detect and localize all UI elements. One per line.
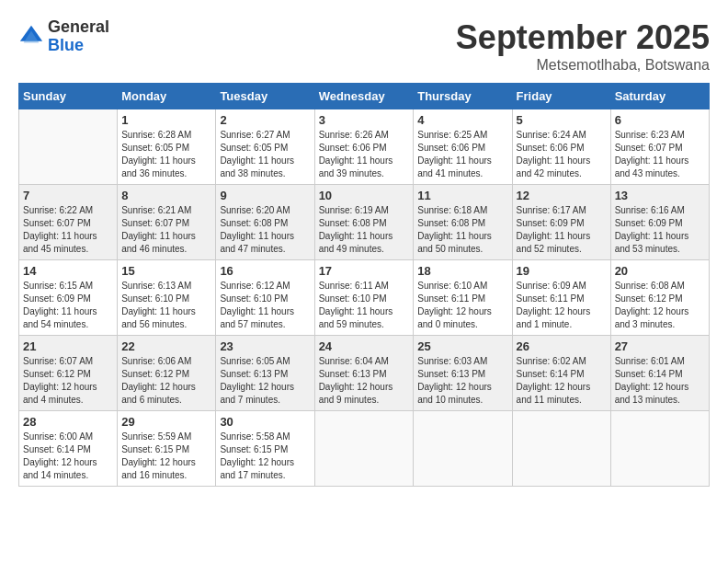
calendar-cell bbox=[414, 411, 512, 487]
day-number: 3 bbox=[319, 113, 410, 127]
day-info: Sunrise: 6:16 AMSunset: 6:09 PMDaylight:… bbox=[615, 204, 705, 256]
day-number: 2 bbox=[220, 113, 310, 127]
day-info: Sunrise: 6:02 AMSunset: 6:14 PMDaylight:… bbox=[517, 355, 607, 407]
day-number: 4 bbox=[417, 113, 507, 127]
calendar-cell: 20Sunrise: 6:08 AMSunset: 6:12 PMDayligh… bbox=[610, 260, 709, 336]
calendar-cell: 5Sunrise: 6:24 AMSunset: 6:06 PMDaylight… bbox=[512, 109, 610, 185]
calendar-cell bbox=[610, 411, 709, 487]
calendar: SundayMondayTuesdayWednesdayThursdayFrid… bbox=[18, 83, 710, 487]
calendar-cell: 8Sunrise: 6:21 AMSunset: 6:07 PMDaylight… bbox=[118, 185, 216, 260]
day-info: Sunrise: 6:22 AMSunset: 6:07 PMDaylight:… bbox=[23, 204, 113, 256]
day-info: Sunrise: 6:09 AMSunset: 6:11 PMDaylight:… bbox=[517, 280, 607, 331]
day-info: Sunrise: 6:07 AMSunset: 6:12 PMDaylight:… bbox=[23, 355, 113, 407]
day-info: Sunrise: 6:28 AMSunset: 6:05 PMDaylight:… bbox=[121, 129, 211, 180]
calendar-cell: 14Sunrise: 6:15 AMSunset: 6:09 PMDayligh… bbox=[19, 260, 118, 336]
day-number: 25 bbox=[417, 339, 507, 353]
calendar-cell: 11Sunrise: 6:18 AMSunset: 6:08 PMDayligh… bbox=[414, 185, 512, 260]
calendar-cell: 17Sunrise: 6:11 AMSunset: 6:10 PMDayligh… bbox=[314, 260, 414, 336]
calendar-cell: 7Sunrise: 6:22 AMSunset: 6:07 PMDaylight… bbox=[19, 185, 118, 260]
calendar-cell: 28Sunrise: 6:00 AMSunset: 6:14 PMDayligh… bbox=[19, 411, 118, 487]
day-info: Sunrise: 6:00 AMSunset: 6:14 PMDaylight:… bbox=[23, 431, 113, 482]
weekday-header: Monday bbox=[118, 84, 216, 109]
calendar-cell: 15Sunrise: 6:13 AMSunset: 6:10 PMDayligh… bbox=[118, 260, 216, 336]
day-number: 27 bbox=[615, 339, 705, 353]
calendar-cell bbox=[512, 411, 610, 487]
calendar-header-row: SundayMondayTuesdayWednesdayThursdayFrid… bbox=[19, 84, 710, 109]
calendar-cell: 10Sunrise: 6:19 AMSunset: 6:08 PMDayligh… bbox=[314, 185, 414, 260]
calendar-cell: 21Sunrise: 6:07 AMSunset: 6:12 PMDayligh… bbox=[19, 336, 118, 411]
calendar-cell: 22Sunrise: 6:06 AMSunset: 6:12 PMDayligh… bbox=[118, 336, 216, 411]
month-title: September 2025 bbox=[456, 18, 710, 57]
calendar-cell: 27Sunrise: 6:01 AMSunset: 6:14 PMDayligh… bbox=[610, 336, 709, 411]
calendar-cell: 16Sunrise: 6:12 AMSunset: 6:10 PMDayligh… bbox=[216, 260, 314, 336]
weekday-header: Friday bbox=[512, 84, 610, 109]
day-number: 16 bbox=[220, 264, 310, 278]
day-info: Sunrise: 6:17 AMSunset: 6:09 PMDaylight:… bbox=[517, 204, 607, 256]
day-number: 18 bbox=[417, 264, 507, 278]
day-info: Sunrise: 6:08 AMSunset: 6:12 PMDaylight:… bbox=[615, 280, 705, 331]
day-number: 9 bbox=[220, 189, 310, 202]
day-number: 22 bbox=[121, 339, 211, 353]
day-number: 26 bbox=[517, 339, 607, 353]
weekday-header: Saturday bbox=[610, 84, 709, 109]
day-info: Sunrise: 6:26 AMSunset: 6:06 PMDaylight:… bbox=[319, 129, 410, 180]
day-info: Sunrise: 6:01 AMSunset: 6:14 PMDaylight:… bbox=[615, 355, 705, 407]
weekday-header: Thursday bbox=[414, 84, 512, 109]
calendar-cell: 18Sunrise: 6:10 AMSunset: 6:11 PMDayligh… bbox=[414, 260, 512, 336]
calendar-cell: 29Sunrise: 5:59 AMSunset: 6:15 PMDayligh… bbox=[118, 411, 216, 487]
day-number: 17 bbox=[319, 264, 410, 278]
calendar-cell: 9Sunrise: 6:20 AMSunset: 6:08 PMDaylight… bbox=[216, 185, 314, 260]
weekday-header: Sunday bbox=[19, 84, 118, 109]
day-number: 1 bbox=[121, 113, 211, 127]
calendar-week-row: 21Sunrise: 6:07 AMSunset: 6:12 PMDayligh… bbox=[19, 336, 710, 411]
calendar-week-row: 1Sunrise: 6:28 AMSunset: 6:05 PMDaylight… bbox=[19, 109, 710, 185]
day-number: 8 bbox=[121, 189, 211, 202]
day-info: Sunrise: 6:11 AMSunset: 6:10 PMDaylight:… bbox=[319, 280, 410, 331]
day-info: Sunrise: 6:15 AMSunset: 6:09 PMDaylight:… bbox=[23, 280, 113, 331]
day-info: Sunrise: 6:13 AMSunset: 6:10 PMDaylight:… bbox=[121, 280, 211, 331]
calendar-cell: 2Sunrise: 6:27 AMSunset: 6:05 PMDaylight… bbox=[216, 109, 314, 185]
logo-text: General Blue bbox=[48, 18, 109, 55]
day-info: Sunrise: 6:04 AMSunset: 6:13 PMDaylight:… bbox=[319, 355, 410, 407]
day-info: Sunrise: 6:06 AMSunset: 6:12 PMDaylight:… bbox=[121, 355, 211, 407]
day-info: Sunrise: 6:05 AMSunset: 6:13 PMDaylight:… bbox=[220, 355, 310, 407]
day-number: 20 bbox=[615, 264, 705, 278]
calendar-cell: 30Sunrise: 5:58 AMSunset: 6:15 PMDayligh… bbox=[216, 411, 314, 487]
logo-icon bbox=[18, 24, 44, 50]
day-info: Sunrise: 5:58 AMSunset: 6:15 PMDaylight:… bbox=[220, 431, 310, 482]
calendar-cell bbox=[314, 411, 414, 487]
day-info: Sunrise: 6:12 AMSunset: 6:10 PMDaylight:… bbox=[220, 280, 310, 331]
calendar-cell: 25Sunrise: 6:03 AMSunset: 6:13 PMDayligh… bbox=[414, 336, 512, 411]
day-info: Sunrise: 6:24 AMSunset: 6:06 PMDaylight:… bbox=[517, 129, 607, 180]
page-header: General Blue September 2025 Metsemotlhab… bbox=[18, 18, 710, 74]
day-number: 5 bbox=[517, 113, 607, 127]
location: Metsemotlhaba, Botswana bbox=[456, 57, 710, 74]
calendar-cell: 23Sunrise: 6:05 AMSunset: 6:13 PMDayligh… bbox=[216, 336, 314, 411]
day-info: Sunrise: 6:27 AMSunset: 6:05 PMDaylight:… bbox=[220, 129, 310, 180]
day-info: Sunrise: 6:03 AMSunset: 6:13 PMDaylight:… bbox=[417, 355, 507, 407]
day-number: 11 bbox=[417, 189, 507, 202]
weekday-header: Tuesday bbox=[216, 84, 314, 109]
day-number: 6 bbox=[615, 113, 705, 127]
calendar-cell: 26Sunrise: 6:02 AMSunset: 6:14 PMDayligh… bbox=[512, 336, 610, 411]
day-number: 21 bbox=[23, 339, 113, 353]
day-number: 28 bbox=[23, 415, 113, 429]
calendar-cell: 6Sunrise: 6:23 AMSunset: 6:07 PMDaylight… bbox=[610, 109, 709, 185]
day-info: Sunrise: 6:23 AMSunset: 6:07 PMDaylight:… bbox=[615, 129, 705, 180]
day-number: 12 bbox=[517, 189, 607, 202]
day-info: Sunrise: 6:21 AMSunset: 6:07 PMDaylight:… bbox=[121, 204, 211, 256]
day-info: Sunrise: 5:59 AMSunset: 6:15 PMDaylight:… bbox=[121, 431, 211, 482]
day-number: 19 bbox=[517, 264, 607, 278]
day-number: 15 bbox=[121, 264, 211, 278]
day-info: Sunrise: 6:20 AMSunset: 6:08 PMDaylight:… bbox=[220, 204, 310, 256]
calendar-cell: 1Sunrise: 6:28 AMSunset: 6:05 PMDaylight… bbox=[118, 109, 216, 185]
day-number: 13 bbox=[615, 189, 705, 202]
day-info: Sunrise: 6:10 AMSunset: 6:11 PMDaylight:… bbox=[417, 280, 507, 331]
calendar-week-row: 14Sunrise: 6:15 AMSunset: 6:09 PMDayligh… bbox=[19, 260, 710, 336]
calendar-week-row: 28Sunrise: 6:00 AMSunset: 6:14 PMDayligh… bbox=[19, 411, 710, 487]
day-number: 10 bbox=[319, 189, 410, 202]
day-number: 14 bbox=[23, 264, 113, 278]
calendar-cell: 3Sunrise: 6:26 AMSunset: 6:06 PMDaylight… bbox=[314, 109, 414, 185]
calendar-cell: 19Sunrise: 6:09 AMSunset: 6:11 PMDayligh… bbox=[512, 260, 610, 336]
logo: General Blue bbox=[18, 18, 109, 55]
